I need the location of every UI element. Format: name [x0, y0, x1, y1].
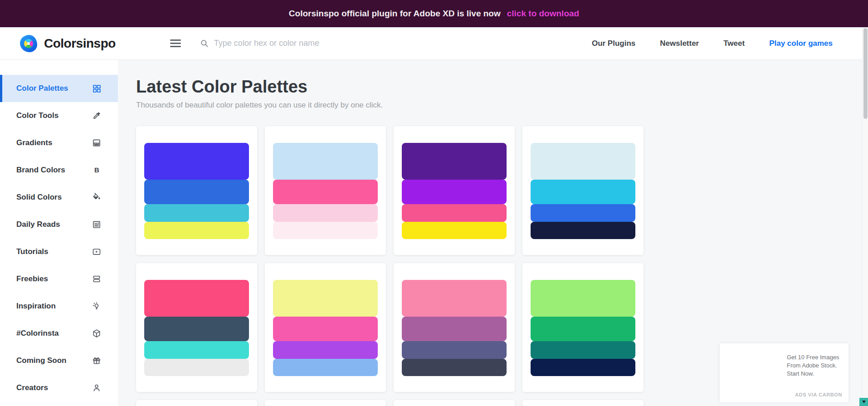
gift-icon — [92, 356, 102, 366]
nav-item-newsletter[interactable]: Newsletter — [660, 39, 699, 48]
nav-item-play-color-games[interactable]: Play color games — [769, 39, 833, 48]
logo[interactable]: Colorsinspo — [20, 35, 116, 52]
color-swatch[interactable] — [402, 341, 507, 359]
palette-card — [522, 263, 644, 392]
sidebar-item-color-tools[interactable]: Color Tools — [0, 102, 118, 129]
person-icon — [92, 383, 102, 393]
cube-icon — [92, 328, 102, 338]
color-swatch[interactable] — [531, 280, 635, 317]
sidebar-item-inspiration[interactable]: Inspiration — [0, 293, 118, 320]
sidebar-item-label: Freebies — [16, 274, 92, 284]
color-swatch[interactable] — [531, 143, 635, 180]
color-swatch[interactable] — [144, 222, 249, 239]
sidebar: Color PalettesColor ToolsGradientsBrand … — [0, 60, 118, 406]
sidebar-item-brand-colors[interactable]: Brand ColorsB — [0, 157, 118, 184]
sidebar-item-label: Color Palettes — [16, 84, 92, 93]
color-swatch[interactable] — [144, 341, 249, 359]
eyedropper-icon — [92, 111, 102, 121]
promo-download-link[interactable]: click to download — [507, 9, 579, 19]
svg-text:B: B — [94, 166, 99, 174]
ad-line[interactable]: Get 10 Free Images — [787, 353, 839, 362]
sidebar-item-coming-soon[interactable]: Coming Soon — [0, 347, 118, 374]
palette-card — [265, 263, 386, 392]
idea-icon — [92, 301, 102, 311]
carbon-ad[interactable]: Get 10 Free Images From Adobe Stock. Sta… — [720, 343, 848, 402]
color-swatch[interactable] — [402, 280, 507, 317]
menu-icon[interactable] — [170, 38, 181, 49]
color-swatch[interactable] — [144, 180, 249, 204]
search-icon — [200, 39, 209, 48]
ad-text: Get 10 Free Images From Adobe Stock. Sta… — [787, 353, 839, 378]
palette-card — [265, 126, 386, 255]
sidebar-item-colorinsta[interactable]: #Colorinsta — [0, 320, 118, 347]
color-swatch[interactable] — [402, 204, 507, 222]
color-swatch[interactable] — [402, 143, 507, 180]
paint-bucket-icon — [92, 192, 102, 202]
brand-b-icon: B — [92, 165, 102, 175]
article-icon — [92, 220, 102, 230]
palette-card — [136, 263, 257, 392]
dropdown-arrow-icon[interactable] — [859, 398, 868, 406]
sidebar-item-color-palettes[interactable]: Color Palettes — [0, 75, 118, 102]
sidebar-item-daily-reads[interactable]: Daily Reads — [0, 211, 118, 238]
palette-card — [394, 126, 515, 255]
scrollbar-thumb[interactable] — [863, 28, 868, 119]
color-swatch[interactable] — [402, 222, 507, 239]
color-swatch[interactable] — [144, 204, 249, 222]
color-swatch[interactable] — [144, 317, 249, 341]
color-swatch[interactable] — [273, 317, 378, 341]
ad-attribution[interactable]: ADS VIA CARBON — [795, 392, 842, 397]
header: Colorsinspo Our PluginsNewsletterTweetPl… — [0, 27, 868, 60]
logo-text: Colorsinspo — [44, 36, 116, 51]
color-swatch[interactable] — [273, 341, 378, 359]
sidebar-item-label: #Colorinsta — [16, 329, 92, 338]
sidebar-item-creators[interactable]: Creators — [0, 374, 118, 401]
search-input[interactable] — [214, 39, 409, 48]
color-swatch[interactable] — [402, 317, 507, 341]
ad-line[interactable]: Start Now. — [787, 370, 839, 378]
nav-item-our-plugins[interactable]: Our Plugins — [592, 39, 635, 48]
sidebar-item-label: Creators — [16, 383, 92, 392]
color-swatch[interactable] — [273, 143, 378, 180]
sidebar-item-label: Inspiration — [16, 302, 92, 311]
color-swatch[interactable] — [531, 359, 635, 376]
color-swatch[interactable] — [144, 359, 249, 376]
sidebar-item-label: Daily Reads — [16, 220, 92, 229]
page-subtitle: Thousands of beautiful color palettes yo… — [136, 101, 868, 110]
search-area — [200, 39, 409, 48]
color-swatch[interactable] — [144, 143, 249, 180]
color-swatch[interactable] — [273, 359, 378, 376]
color-swatch[interactable] — [531, 180, 635, 204]
color-swatch[interactable] — [531, 341, 635, 359]
color-swatch[interactable] — [273, 180, 378, 204]
ad-line[interactable]: From Adobe Stock. — [787, 362, 839, 370]
gradient-icon — [92, 138, 102, 148]
sidebar-item-solid-colors[interactable]: Solid Colors — [0, 184, 118, 211]
sidebar-item-label: Gradients — [16, 138, 92, 147]
palette-card-partial — [522, 400, 644, 406]
color-swatch[interactable] — [402, 180, 507, 204]
promo-banner-text: Colorsinspo official plugin for Adobe XD… — [289, 9, 501, 19]
color-swatch[interactable] — [144, 280, 249, 317]
promo-banner: Colorsinspo official plugin for Adobe XD… — [0, 0, 868, 27]
palette-card — [522, 126, 644, 255]
sidebar-item-gradients[interactable]: Gradients — [0, 129, 118, 157]
color-swatch[interactable] — [273, 280, 378, 317]
sidebar-item-freebies[interactable]: Freebies — [0, 265, 118, 293]
sidebar-item-label: Solid Colors — [16, 193, 92, 202]
sidebar-item-label: Color Tools — [16, 111, 92, 120]
color-swatch[interactable] — [531, 222, 635, 239]
palette-card — [394, 263, 515, 392]
color-swatch[interactable] — [273, 222, 378, 239]
sidebar-item-label: Coming Soon — [16, 356, 92, 365]
sidebar-item-tutorials[interactable]: Tutorials — [0, 238, 118, 265]
page-title: Latest Color Palettes — [136, 77, 868, 97]
nav-item-tweet[interactable]: Tweet — [723, 39, 745, 48]
color-swatch[interactable] — [531, 317, 635, 341]
color-swatch[interactable] — [531, 204, 635, 222]
palette-card — [136, 126, 257, 255]
color-swatch[interactable] — [273, 204, 378, 222]
header-nav: Our PluginsNewsletterTweetPlay color gam… — [592, 39, 833, 48]
color-swatch[interactable] — [402, 359, 507, 376]
scrollbar-track — [862, 27, 868, 398]
